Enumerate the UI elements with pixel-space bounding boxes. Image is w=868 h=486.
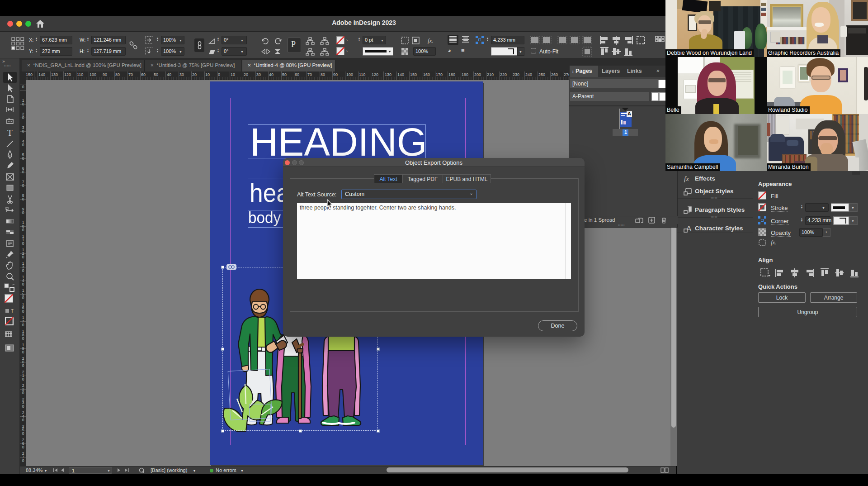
svg-text:T: T (11, 309, 14, 314)
svg-text:T: T (7, 128, 13, 138)
svg-text:fx: fx (684, 175, 689, 182)
